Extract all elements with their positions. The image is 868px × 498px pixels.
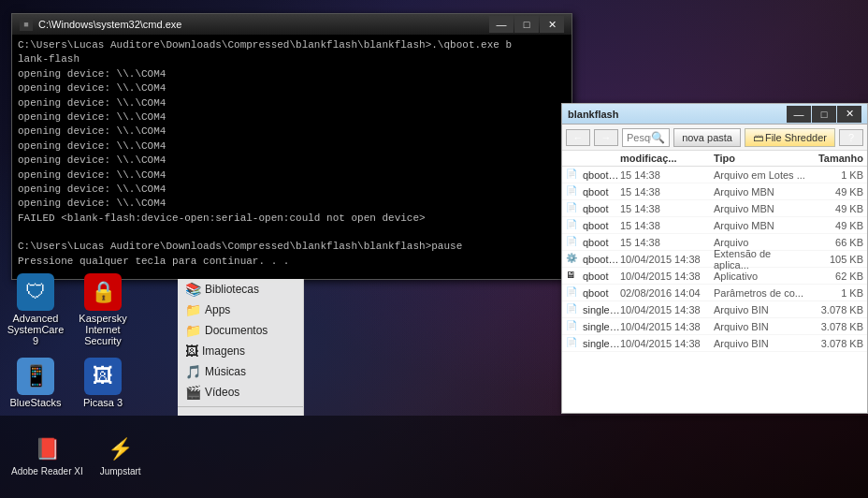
- explorer-toolbar: ← → 🔍 nova pasta 🗃 File Shredder ?: [562, 124, 867, 151]
- file-type-10: Arquivo BIN: [714, 338, 807, 349]
- folder-icon-1: 📁: [185, 302, 201, 317]
- file-icon-7: 📄: [566, 286, 579, 300]
- cmd-line-8: opening device: \\.\COM4: [18, 139, 566, 154]
- kaspersky-label: Kaspersky Internet Security: [73, 313, 133, 346]
- file-size-3: 49 KB: [807, 220, 863, 231]
- file-row-5[interactable]: ⚙️ qboot.dll 10/04/2015 14:38 Extensão d…: [562, 251, 867, 268]
- file-row-7[interactable]: 📄 qboot 02/08/2016 14:04 Parâmetros de c…: [562, 285, 867, 301]
- desktop-icon-kaspersky[interactable]: 🔒 Kaspersky Internet Security: [71, 270, 135, 350]
- file-date-9: 10/04/2015 14:38: [620, 321, 714, 332]
- cmd-line-10: opening device: \\.\COM4: [18, 168, 566, 183]
- file-icon-3: 📄: [566, 219, 579, 232]
- picasa-label: Picasa 3: [83, 397, 123, 408]
- file-date-5: 10/04/2015 14:38: [620, 254, 714, 265]
- cmd-line-2: lank-flash: [18, 52, 566, 66]
- cmd-minimize-button[interactable]: —: [489, 16, 514, 33]
- desktop-icon-picasa[interactable]: 🖼 Picasa 3: [71, 354, 135, 412]
- folder-label-3: Imagens: [202, 344, 245, 358]
- file-type-9: Arquivo BIN: [714, 321, 807, 332]
- file-name-8: singleimage.bin: [583, 304, 620, 315]
- search-box[interactable]: 🔍: [622, 128, 670, 147]
- taskbar-app-adobe[interactable]: 📕 Adobe Reader XI: [4, 431, 91, 480]
- file-date-0: 15 14:38: [620, 169, 714, 181]
- search-input[interactable]: [627, 132, 651, 143]
- cmd-line-13: FAILED <blank-flash:device-open:serial-o…: [18, 212, 566, 226]
- explorer-maximize-button[interactable]: □: [812, 106, 836, 123]
- cmd-close-button[interactable]: ✕: [540, 16, 564, 33]
- file-type-3: Arquivo MBN: [714, 220, 807, 231]
- desktop-icon-bluestacks[interactable]: 📱 BlueStacks: [4, 354, 67, 412]
- file-name-7: qboot: [583, 287, 620, 299]
- file-row-2[interactable]: 📄 qboot 15 14:38 Arquivo MBN 49 KB: [562, 200, 867, 217]
- cmd-icon: ■: [20, 18, 33, 31]
- file-date-4: 15 14:38: [620, 237, 714, 248]
- file-size-1: 49 KB: [807, 186, 863, 198]
- search-icon: 🔍: [651, 131, 665, 144]
- picasa-icon: 🖼: [84, 358, 122, 395]
- file-icon-5: ⚙️: [566, 253, 579, 266]
- taskbar: 📕 Adobe Reader XI ⚡ Jumpstart: [0, 416, 868, 498]
- cmd-line-12: opening device: \\.\COM4: [18, 197, 566, 211]
- explorer-columns: modificaç... Tipo Tamanho: [562, 151, 867, 167]
- folder-tree-item-5[interactable]: 🎬Vídeos: [178, 382, 303, 403]
- cmd-window: ■ C:\Windows\system32\cmd.exe — □ ✕ C:\U…: [11, 13, 572, 280]
- folder-label-1: Apps: [205, 303, 230, 316]
- file-row-9[interactable]: 📄 singleimage_8626.bin 10/04/2015 14:38 …: [562, 318, 867, 335]
- desktop-icon-row-2: 📱 BlueStacks 🖼 Picasa 3: [4, 354, 135, 412]
- explorer-close-button[interactable]: ✕: [837, 106, 861, 123]
- bluestacks-icon: 📱: [17, 358, 54, 395]
- file-shredder-button[interactable]: 🗃 File Shredder: [745, 128, 835, 147]
- bluestacks-label: BlueStacks: [9, 397, 61, 408]
- file-icon-4: 📄: [566, 236, 579, 249]
- cmd-line-5: opening device: \\.\COM4: [18, 96, 566, 110]
- file-date-8: 10/04/2015 14:38: [620, 304, 714, 315]
- file-row-3[interactable]: 📄 qboot 15 14:38 Arquivo MBN 49 KB: [562, 217, 867, 234]
- file-size-0: 1 KB: [807, 169, 863, 181]
- file-row-10[interactable]: 📄 singleimage_8926.bin 10/04/2015 14:38 …: [562, 335, 867, 352]
- adobe-reader-icon: 📕: [32, 434, 62, 464]
- folder-tree-item-0[interactable]: 📚Bibliotecas: [178, 279, 303, 300]
- new-folder-button[interactable]: nova pasta: [673, 128, 741, 147]
- explorer-forward-button[interactable]: →: [594, 129, 618, 146]
- folder-tree-item-1[interactable]: 📁Apps: [178, 300, 303, 320]
- file-type-0: Arquivo em Lotes ...: [714, 169, 807, 181]
- folder-tree-item-3[interactable]: 🖼Imagens: [178, 341, 303, 361]
- file-type-2: Arquivo MBN: [714, 203, 807, 214]
- file-row-0[interactable]: 📄 qboot.dll 15 14:38 Arquivo em Lotes ..…: [562, 167, 867, 183]
- explorer-body: 📄 qboot.dll 15 14:38 Arquivo em Lotes ..…: [562, 167, 867, 413]
- file-size-10: 3.078 KB: [807, 338, 863, 349]
- cmd-window-controls: — □ ✕: [489, 16, 564, 33]
- folder-tree-item-4[interactable]: 🎵Músicas: [178, 361, 303, 382]
- explorer-back-button[interactable]: ←: [566, 129, 590, 146]
- file-size-8: 3.078 KB: [807, 304, 863, 315]
- folder-label-2: Documentos: [205, 324, 268, 337]
- file-size-6: 62 KB: [807, 271, 863, 282]
- folder-icon-4: 🎵: [185, 364, 201, 379]
- advanced-systemcare-icon: 🛡: [17, 273, 54, 311]
- cmd-maximize-button[interactable]: □: [514, 16, 539, 33]
- file-date-3: 15 14:38: [620, 220, 714, 231]
- desktop-icon-advanced-systemcare[interactable]: 🛡 Advanced SystemCare 9: [4, 270, 67, 350]
- cmd-line-3: opening device: \\.\COM4: [18, 67, 566, 81]
- explorer-title: blankflash: [568, 109, 787, 120]
- file-size-2: 49 KB: [807, 203, 863, 214]
- cmd-line-11: opening device: \\.\COM4: [18, 183, 566, 197]
- file-row-8[interactable]: 📄 singleimage.bin 10/04/2015 14:38 Arqui…: [562, 301, 867, 318]
- file-row-1[interactable]: 📄 qboot 15 14:38 Arquivo MBN 49 KB: [562, 183, 867, 200]
- file-row-6[interactable]: 🖥 qboot 10/04/2015 14:38 Aplicativo 62 K…: [562, 268, 867, 285]
- file-size-7: 1 KB: [807, 287, 863, 299]
- explorer-minimize-button[interactable]: —: [787, 106, 811, 123]
- folder-tree-item-2[interactable]: 📁Documentos: [178, 320, 303, 341]
- folder-icon-5: 🎬: [185, 385, 201, 400]
- taskbar-app-jumpstart[interactable]: ⚡ Jumpstart: [93, 431, 149, 480]
- file-name-5: qboot.dll: [583, 254, 620, 265]
- file-name-0: qboot.dll: [583, 169, 620, 181]
- file-icon-8: 📄: [566, 303, 579, 316]
- file-type-7: Parâmetros de co...: [714, 287, 807, 299]
- file-icon-10: 📄: [566, 337, 579, 350]
- desktop: ■ C:\Windows\system32\cmd.exe — □ ✕ C:\U…: [0, 0, 868, 498]
- folder-tree-panel: 📚Bibliotecas📁Apps📁Documentos🖼Imagens🎵Mús…: [178, 279, 304, 416]
- explorer-help-button[interactable]: ?: [839, 129, 863, 146]
- cmd-line-9: opening device: \\.\COM4: [18, 154, 566, 168]
- file-icon-0: 📄: [566, 168, 579, 182]
